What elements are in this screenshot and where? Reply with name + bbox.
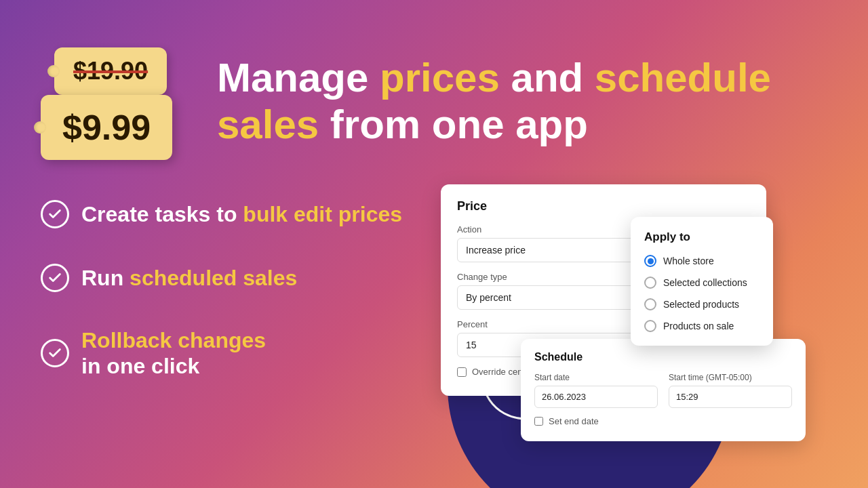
apply-to-title: Apply to — [644, 230, 760, 244]
start-date-input[interactable] — [534, 386, 658, 408]
start-time-field: Start time (GMT-05:00) — [669, 373, 792, 408]
radio-label-whole-store: Whole store — [663, 256, 714, 266]
price-tags-container: $19.90 $9.99 — [41, 47, 190, 169]
radio-selected-products[interactable]: Selected products — [644, 298, 760, 310]
radio-label-sale: Products on sale — [663, 321, 734, 331]
old-price-tag: $19.90 — [54, 47, 167, 95]
schedule-card: Schedule Start date Start time (GMT-05:0… — [521, 339, 806, 441]
start-time-label: Start time (GMT-05:00) — [669, 373, 792, 382]
override-checkbox[interactable] — [457, 367, 467, 377]
start-time-input[interactable] — [669, 386, 792, 408]
radio-label-collections: Selected collections — [663, 277, 747, 288]
feature-text-2: Run scheduled sales — [81, 265, 297, 291]
new-price-tag: $9.99 — [41, 95, 172, 160]
radio-btn-products — [644, 298, 656, 310]
price-card-title: Price — [457, 199, 750, 214]
radio-btn-collections — [644, 277, 656, 289]
radio-products-on-sale[interactable]: Products on sale — [644, 320, 760, 332]
schedule-title: Schedule — [534, 351, 792, 363]
radio-selected-collections[interactable]: Selected collections — [644, 277, 760, 289]
feature-text-3: Rollback changesin one click — [81, 327, 266, 380]
schedule-date-time-row: Start date Start time (GMT-05:00) — [534, 373, 792, 408]
feature-item-1: Create tasks to bulk edit prices — [41, 200, 402, 228]
feature-item-2: Run scheduled sales — [41, 264, 402, 292]
radio-label-products: Selected products — [663, 299, 739, 310]
check-icon-3 — [41, 339, 69, 367]
feature-item-3: Rollback changesin one click — [41, 327, 402, 380]
end-date-label: Set end date — [549, 416, 599, 426]
apply-to-card: Apply to Whole store Selected collection… — [631, 217, 773, 346]
radio-whole-store[interactable]: Whole store — [644, 255, 760, 267]
check-icon-2 — [41, 264, 69, 292]
radio-btn-sale — [644, 320, 656, 332]
radio-btn-whole-store — [644, 255, 656, 267]
check-icon-1 — [41, 200, 69, 228]
start-date-field: Start date — [534, 373, 658, 408]
end-date-checkbox[interactable] — [534, 417, 543, 426]
features-list: Create tasks to bulk edit prices Run sch… — [41, 200, 402, 380]
end-date-row: Set end date — [534, 416, 792, 426]
headline: Manage prices and schedule sales from on… — [217, 54, 827, 148]
start-date-label: Start date — [534, 373, 658, 382]
feature-text-1: Create tasks to bulk edit prices — [81, 201, 402, 227]
